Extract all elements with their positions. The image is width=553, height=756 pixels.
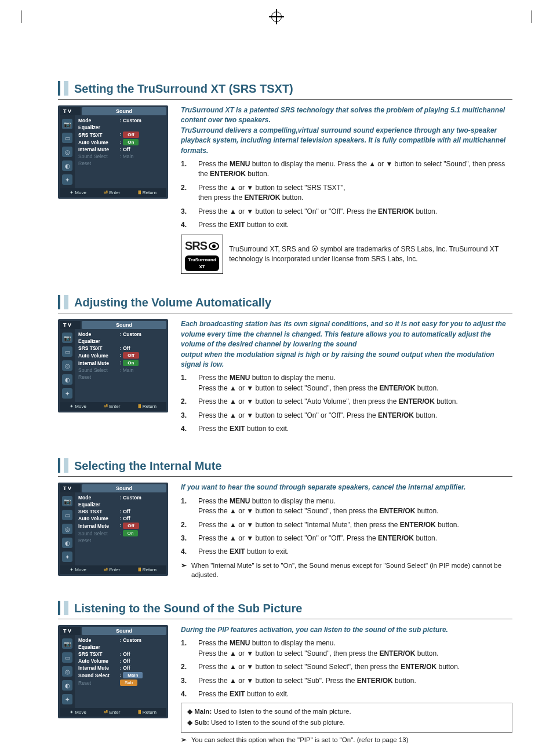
section-3: Listening to the Sound of the Sub Pictur…: [58, 601, 512, 744]
osd-screenshot: T VSound 📷▭◎◐✦ Mode: Custom Equalizer SR…: [58, 105, 168, 199]
registration-mark: [271, 12, 282, 22]
top-crop-marks: [0, 10, 553, 23]
steps-list: 1.Press the MENU button to display the m…: [181, 159, 512, 230]
osd-screenshot: T VSound 📷▭◎◐✦ Mode: Custom Equalizer SR…: [58, 625, 168, 718]
osd-screenshot: T VSound 📷▭◎◐✦ Mode: Custom Equalizer SR…: [58, 319, 168, 412]
srs-trademark-note: TruSurround XT, SRS and ⦿ symbol are tra…: [229, 244, 512, 265]
info-box: ◆ Main: Used to listen to the sound of t…: [181, 703, 512, 732]
steps-list: 1.Press the MENU button to display the m…: [181, 373, 512, 434]
intro-text: Each broadcasting station has its own si…: [181, 319, 512, 370]
intro-text: If you want to hear the sound through se…: [181, 483, 512, 492]
section-heading: Listening to the Sound of the Sub Pictur…: [74, 601, 302, 615]
intro-text: TruSurround XT is a patented SRS technol…: [181, 105, 512, 156]
osd-screenshot: T VSound 📷▭◎◐✦ Mode: Custom Equalizer SR…: [58, 483, 168, 576]
section-1: Adjusting the Volume Automatically T VSo…: [58, 295, 512, 437]
section-heading: Setting the TruSurround XT (SRS TSXT): [74, 81, 293, 96]
section-heading: Adjusting the Volume Automatically: [74, 295, 271, 309]
intro-text: During the PIP features activation, you …: [181, 625, 512, 635]
note: ➢When "Internal Mute" is set to "On", th…: [181, 561, 512, 580]
steps-list: 1.Press the MENU button to display the m…: [181, 496, 512, 557]
srs-logo: SRS TruSurround XT: [181, 235, 223, 274]
section-0: Setting the TruSurround XT (SRS TSXT) T …: [58, 81, 512, 274]
note: ➢You can select this option when the "PI…: [181, 735, 512, 745]
page-body: Setting the TruSurround XT (SRS TSXT) T …: [0, 23, 553, 756]
section-heading: Selecting the Internal Mute: [74, 458, 221, 473]
section-2: Selecting the Internal Mute T VSound 📷▭◎…: [58, 458, 512, 580]
steps-list: 1.Press the MENU button to display the m…: [181, 638, 512, 699]
